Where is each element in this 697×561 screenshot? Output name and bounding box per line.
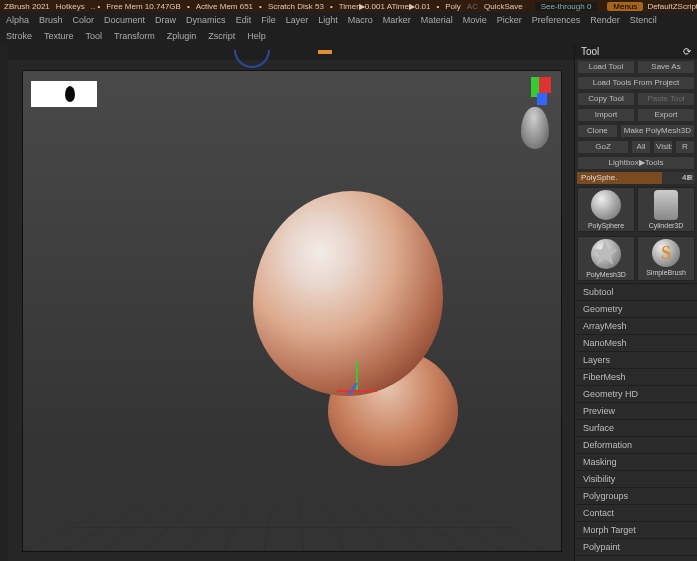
active-mem: Active Mem 651 bbox=[196, 2, 253, 11]
dot: • bbox=[187, 2, 190, 11]
copy-tool-button[interactable]: Copy Tool bbox=[577, 92, 635, 106]
section-preview[interactable]: Preview bbox=[575, 402, 697, 419]
polysphere-slider[interactable]: PolySphe. 48 R bbox=[577, 172, 695, 184]
menu-texture[interactable]: Texture bbox=[44, 31, 74, 41]
menu-zscript[interactable]: Zscript bbox=[208, 31, 235, 41]
slider-indicator[interactable] bbox=[318, 50, 332, 54]
camera-head-icon[interactable] bbox=[521, 107, 549, 149]
slider-label: PolySphe. bbox=[581, 172, 617, 184]
visible-button[interactable]: Visible bbox=[653, 140, 673, 154]
section-visibility[interactable]: Visibility bbox=[575, 470, 697, 487]
sculpt-mesh[interactable] bbox=[253, 191, 463, 466]
tool-thumbnails: PolySphereCylinder3D bbox=[575, 185, 697, 234]
menu-stroke[interactable]: Stroke bbox=[6, 31, 32, 41]
menu-transform[interactable]: Transform bbox=[114, 31, 155, 41]
section-geometry-hd[interactable]: Geometry HD bbox=[575, 385, 697, 402]
export-button[interactable]: Export bbox=[637, 108, 695, 122]
paste-tool-button[interactable]: Paste Tool bbox=[637, 92, 695, 106]
section-layers[interactable]: Layers bbox=[575, 351, 697, 368]
menu-render[interactable]: Render bbox=[590, 15, 620, 25]
tool-cylinder3d[interactable]: Cylinder3D bbox=[637, 187, 695, 232]
polymesh3d-icon bbox=[591, 239, 621, 269]
section-subtool[interactable]: Subtool bbox=[575, 283, 697, 300]
menu-stencil[interactable]: Stencil bbox=[630, 15, 657, 25]
viewport[interactable] bbox=[22, 70, 562, 552]
free-mem: Free Mem 10.747GB bbox=[106, 2, 181, 11]
menu-file[interactable]: File bbox=[261, 15, 276, 25]
menu-brush[interactable]: Brush bbox=[39, 15, 63, 25]
r-button[interactable]: R bbox=[675, 140, 695, 154]
menu-material[interactable]: Material bbox=[421, 15, 453, 25]
load-tool-button[interactable]: Load Tool bbox=[577, 60, 635, 74]
section-deformation[interactable]: Deformation bbox=[575, 436, 697, 453]
top-shelf bbox=[8, 44, 574, 60]
section-fibermesh[interactable]: FiberMesh bbox=[575, 368, 697, 385]
section-polygroups[interactable]: Polygroups bbox=[575, 487, 697, 504]
menu-color[interactable]: Color bbox=[73, 15, 95, 25]
menu-draw[interactable]: Draw bbox=[155, 15, 176, 25]
document-thumbnail[interactable] bbox=[31, 81, 97, 107]
thumb-label: PolyMesh3D bbox=[586, 271, 626, 278]
load-tools-from-project-button[interactable]: Load Tools From Project bbox=[577, 76, 695, 90]
slider-r[interactable]: R bbox=[687, 172, 693, 184]
section-contact[interactable]: Contact bbox=[575, 504, 697, 521]
hotkeys-label[interactable]: Hotkeys bbox=[56, 2, 85, 11]
svg-marker-0 bbox=[592, 240, 618, 264]
default-script[interactable]: DefaultZScript bbox=[647, 2, 697, 11]
all-button[interactable]: All bbox=[631, 140, 651, 154]
section-uv-map[interactable]: UV Map bbox=[575, 555, 697, 561]
tool-polysphere[interactable]: PolySphere bbox=[577, 187, 635, 232]
menu-alpha[interactable]: Alpha bbox=[6, 15, 29, 25]
tool-panel: Tool ⟳ Load ToolSave AsLoad Tools From P… bbox=[574, 44, 697, 561]
section-geometry[interactable]: Geometry bbox=[575, 300, 697, 317]
dot: • bbox=[259, 2, 262, 11]
quicksave[interactable]: QuickSave bbox=[484, 2, 523, 11]
section-arraymesh[interactable]: ArrayMesh bbox=[575, 317, 697, 334]
menu-preferences[interactable]: Preferences bbox=[532, 15, 581, 25]
menu-bar-2: StrokeTextureToolTransformZpluginZscript… bbox=[0, 28, 697, 44]
section-morph-target[interactable]: Morph Target bbox=[575, 521, 697, 538]
save-as-button[interactable]: Save As bbox=[637, 60, 695, 74]
floor-grid-h bbox=[23, 500, 561, 551]
dot: • bbox=[436, 2, 439, 11]
tool-panel-title: Tool bbox=[581, 46, 599, 57]
section-nanomesh[interactable]: NanoMesh bbox=[575, 334, 697, 351]
menu-picker[interactable]: Picker bbox=[497, 15, 522, 25]
menu-zplugin[interactable]: Zplugin bbox=[167, 31, 197, 41]
section-masking[interactable]: Masking bbox=[575, 453, 697, 470]
menu-macro[interactable]: Macro bbox=[348, 15, 373, 25]
menu-edit[interactable]: Edit bbox=[236, 15, 252, 25]
make-polymesh3d-button[interactable]: Make PolyMesh3D bbox=[620, 124, 695, 138]
transform-gizmo[interactable] bbox=[337, 361, 377, 401]
see-through[interactable]: See-through 0 bbox=[535, 2, 598, 11]
menu-tool[interactable]: Tool bbox=[86, 31, 103, 41]
section-surface[interactable]: Surface bbox=[575, 419, 697, 436]
thumb-label: PolySphere bbox=[588, 222, 624, 229]
menu-layer[interactable]: Layer bbox=[286, 15, 309, 25]
axis-indicator[interactable] bbox=[523, 77, 551, 105]
menu-help[interactable]: Help bbox=[247, 31, 266, 41]
import-button[interactable]: Import bbox=[577, 108, 635, 122]
clone-button[interactable]: Clone bbox=[577, 124, 618, 138]
title-bar: ZBrush 2021 Hotkeys .. • Free Mem 10.747… bbox=[0, 0, 697, 12]
menu-dynamics[interactable]: Dynamics bbox=[186, 15, 226, 25]
thumb-label: Cylinder3D bbox=[649, 222, 684, 229]
tool-simplebrush[interactable]: SSimpleBrush bbox=[637, 236, 695, 281]
left-tray[interactable] bbox=[0, 44, 8, 561]
lightbox-tools-button[interactable]: Lightbox▶Tools bbox=[577, 156, 695, 170]
menu-document[interactable]: Document bbox=[104, 15, 145, 25]
section-polypaint[interactable]: Polypaint bbox=[575, 538, 697, 555]
panel-collapse-icon[interactable]: ⟳ bbox=[683, 46, 691, 57]
goz-button[interactable]: GoZ bbox=[577, 140, 629, 154]
tool-polymesh3d[interactable]: PolyMesh3D bbox=[577, 236, 635, 281]
timer: Timer▶0.001 ATime▶0.01 bbox=[339, 2, 431, 11]
menu-movie[interactable]: Movie bbox=[463, 15, 487, 25]
simplebrush-icon: S bbox=[652, 239, 680, 267]
menu-light[interactable]: Light bbox=[318, 15, 338, 25]
app-name: ZBrush 2021 bbox=[4, 2, 50, 11]
poly: Poly bbox=[445, 2, 461, 11]
polysphere-icon bbox=[591, 190, 621, 220]
menus-button[interactable]: Menus bbox=[607, 2, 643, 11]
menu-bar-1: AlphaBrushColorDocumentDrawDynamicsEditF… bbox=[0, 12, 697, 28]
menu-marker[interactable]: Marker bbox=[383, 15, 411, 25]
